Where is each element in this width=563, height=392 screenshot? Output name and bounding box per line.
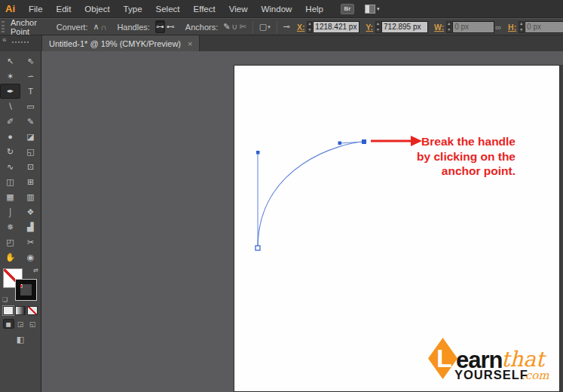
type-tool[interactable]: T <box>20 84 41 99</box>
stepper-down-icon[interactable]: ▼ <box>375 27 381 33</box>
x-stepper[interactable]: ▲ ▼ <box>307 21 312 33</box>
selection-tool[interactable]: ↖ <box>0 54 20 69</box>
menu-file[interactable]: File <box>22 0 50 18</box>
swap-fill-stroke-icon[interactable]: ⇄ <box>33 267 38 274</box>
eraser-tool[interactable]: ◪ <box>20 129 41 144</box>
menu-type[interactable]: Type <box>117 0 149 18</box>
column-graph-tool[interactable]: ▟ <box>20 219 41 234</box>
gradient-tool-icon: ▥ <box>26 192 34 202</box>
menu-edit[interactable]: Edit <box>50 0 78 18</box>
pen-tool[interactable]: ✒ <box>0 84 20 99</box>
start-anchor-point[interactable] <box>255 246 260 250</box>
width-tool-icon: ∿ <box>7 162 14 172</box>
stroke-swatch[interactable] <box>16 280 36 300</box>
canvas[interactable]: Break the handle by clicking on the anch… <box>41 51 563 392</box>
gradient-tool[interactable]: ▥ <box>20 189 41 204</box>
paintbrush-tool[interactable]: ✐ <box>0 114 20 129</box>
menu-window[interactable]: Window <box>254 0 298 18</box>
draw-behind-icon[interactable]: ◲ <box>15 319 26 329</box>
magic-wand-tool[interactable]: ✶ <box>0 69 20 84</box>
h-label[interactable]: H: <box>508 23 516 32</box>
stepper-up-icon[interactable]: ▲ <box>307 21 312 27</box>
lasso-tool[interactable]: ∽ <box>20 69 41 84</box>
mesh-tool[interactable]: ▦ <box>0 189 20 204</box>
close-icon[interactable]: × <box>188 39 192 48</box>
line-segment-tool[interactable]: ∖ <box>0 99 20 114</box>
logo-letter-l: L <box>436 344 452 372</box>
w-field[interactable] <box>452 21 494 33</box>
blend-tool-icon: ❖ <box>27 207 35 217</box>
blob-brush-tool[interactable]: ● <box>0 129 20 144</box>
stepper-up-icon[interactable]: ▲ <box>519 21 524 27</box>
draw-normal-icon[interactable]: ◼ <box>3 319 14 329</box>
stepper-down-icon[interactable]: ▼ <box>446 27 451 33</box>
connect-path-icon[interactable]: ∪ <box>231 20 237 33</box>
context-label: Anchor Point <box>11 18 37 36</box>
stepper-down-icon[interactable]: ▼ <box>307 27 312 33</box>
logo-yourself-text: YOURSELF <box>454 368 528 381</box>
magic-wand-tool-icon: ✶ <box>7 72 14 81</box>
free-transform-tool[interactable]: ⊡ <box>20 159 41 174</box>
h-field[interactable] <box>525 21 563 33</box>
rectangle-tool[interactable]: ▭ <box>20 99 41 114</box>
rotate-tool[interactable]: ↻ <box>0 144 20 159</box>
menu-object[interactable]: Object <box>78 0 116 18</box>
panel-grip[interactable] <box>2 21 5 32</box>
marquee-options-button[interactable]: ▢ ▾ <box>259 20 271 33</box>
slice-tool[interactable]: ✂ <box>20 234 41 250</box>
h-stepper[interactable]: ▲ ▼ <box>519 21 524 33</box>
menu-help[interactable]: Help <box>298 0 330 18</box>
y-label[interactable]: Y: <box>366 23 373 32</box>
show-handles-button[interactable]: ⊶ <box>155 20 165 33</box>
tools-grid: ↖⇖✶∽✒T∖▭✐✎●◪↻◱∿⊡◫⊞▦▥⌡❖✵▟◰✂✋◉ <box>0 54 41 265</box>
remove-anchor-icon[interactable]: ✎ <box>223 20 230 33</box>
y-stepper[interactable]: ▲ ▼ <box>375 21 381 33</box>
gradient-button[interactable] <box>15 306 26 315</box>
x-label[interactable]: X: <box>297 23 305 32</box>
stepper-up-icon[interactable]: ▲ <box>375 21 381 27</box>
none-button[interactable] <box>27 306 38 315</box>
draw-inside-icon[interactable]: ◱ <box>27 319 38 329</box>
w-label[interactable]: W: <box>434 23 444 32</box>
bridge-icon[interactable]: Br <box>341 4 354 14</box>
artboard-tool[interactable]: ◰ <box>0 234 20 250</box>
menu-effect[interactable]: Effect <box>187 0 222 18</box>
menu-select[interactable]: Select <box>149 0 187 18</box>
screen-mode-icon[interactable]: ◧ <box>17 335 24 345</box>
stepper-up-icon[interactable]: ▲ <box>446 21 451 27</box>
default-fill-stroke-icon[interactable]: ❏ <box>2 296 8 303</box>
eyedropper-tool[interactable]: ⌡ <box>0 204 20 219</box>
convert-smooth-icon[interactable]: ∩ <box>101 20 107 33</box>
stepper-down-icon[interactable]: ▼ <box>519 27 524 33</box>
link-dimensions-icon[interactable]: ∞ <box>495 20 501 33</box>
isolate-selection-icon[interactable]: ⊸ <box>283 20 290 33</box>
collapse-panel-icon[interactable]: « <box>2 35 7 44</box>
y-field[interactable] <box>381 21 428 33</box>
paintbrush-tool-icon: ✐ <box>7 117 14 127</box>
width-tool[interactable]: ∿ <box>0 159 20 174</box>
shape-builder-tool[interactable]: ◫ <box>0 174 20 189</box>
workspace-switcher[interactable]: ▾ <box>365 5 380 14</box>
direct-selection-tool[interactable]: ⇖ <box>20 54 41 69</box>
document-tab[interactable]: Untitled-1* @ 19% (CMYK/Preview) × <box>41 35 200 51</box>
cut-path-icon[interactable]: ✄ <box>240 20 246 33</box>
zoom-tool[interactable]: ◉ <box>20 250 41 265</box>
handle-point[interactable] <box>256 151 260 155</box>
hide-handles-button[interactable]: ⊷ <box>167 20 175 33</box>
free-transform-tool-icon: ⊡ <box>27 162 34 172</box>
blend-tool[interactable]: ❖ <box>20 204 41 219</box>
perspective-grid-tool[interactable]: ⊞ <box>20 174 41 189</box>
anchors-label: Anchors: <box>185 23 218 32</box>
symbol-sprayer-tool[interactable]: ✵ <box>0 219 20 234</box>
menu-view[interactable]: View <box>222 0 255 18</box>
hand-tool[interactable]: ✋ <box>0 250 20 265</box>
color-button[interactable] <box>3 306 14 315</box>
panel-grip-dots[interactable] <box>12 41 29 43</box>
scale-tool[interactable]: ◱ <box>20 144 41 159</box>
w-stepper[interactable]: ▲ ▼ <box>446 21 451 33</box>
convert-corner-icon[interactable]: ∧ <box>93 20 99 33</box>
pencil-tool[interactable]: ✎ <box>20 114 41 129</box>
x-field[interactable] <box>313 21 360 33</box>
lasso-tool-icon: ∽ <box>27 72 34 81</box>
rotate-tool-icon: ↻ <box>7 147 14 157</box>
